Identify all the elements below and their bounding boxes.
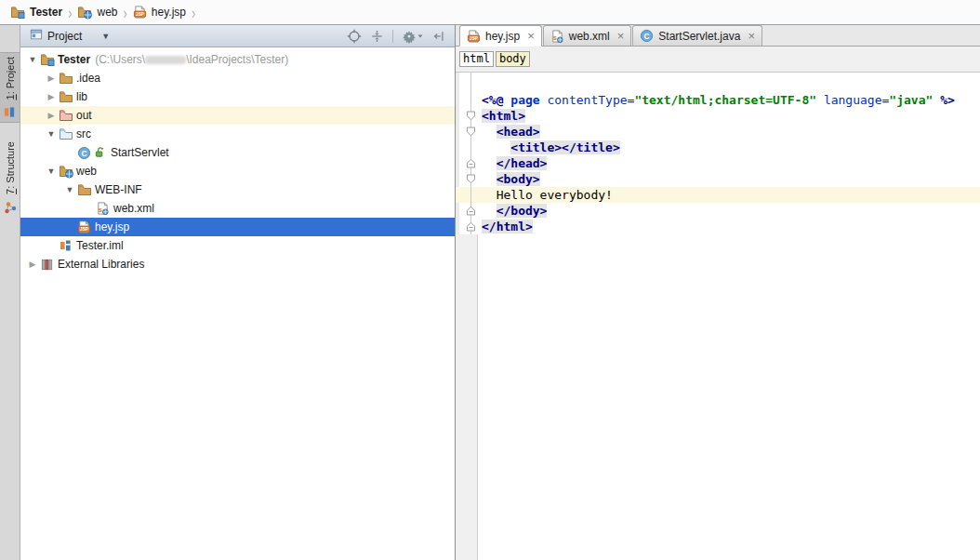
structure-icon <box>4 200 17 218</box>
tree-item-startservlet[interactable]: CStartServlet <box>20 143 455 162</box>
svg-text:s: s <box>553 33 557 42</box>
tree-item-hey-jsp[interactable]: JSPhey.jsp <box>20 218 455 236</box>
breadcrumb-separator-icon: › <box>121 3 130 22</box>
code-line-text: </html> <box>482 219 533 234</box>
code-editor[interactable]: <%@ page contentType="text/html;charset=… <box>456 73 980 560</box>
iml-file-icon <box>58 239 73 252</box>
fold-end-icon[interactable] <box>466 206 476 216</box>
close-tab-icon[interactable]: × <box>617 30 625 42</box>
tree-item-label: out <box>73 109 92 122</box>
editor-gutter <box>456 171 482 187</box>
tree-item-src[interactable]: ▼src <box>20 125 455 143</box>
xml-file: s <box>550 29 564 44</box>
fold-expanded-icon[interactable] <box>466 111 476 121</box>
tree-collapsed-arrow-icon[interactable]: ▶ <box>26 260 39 269</box>
editor-gutter <box>456 219 482 234</box>
svg-text:s: s <box>99 206 102 214</box>
code-line-7: Hello everybody! <box>456 187 980 203</box>
editor-tab-hey-jsp[interactable]: JSPhey.jsp× <box>459 25 542 47</box>
breadcrumb-item-web[interactable]: web <box>74 3 120 21</box>
tool-window-strip: 1: Project7: Structure <box>0 25 20 560</box>
tree-expanded-arrow-icon[interactable]: ▼ <box>26 55 39 64</box>
breadcrumb-label: web <box>97 6 117 19</box>
editor-breadcrumbs: htmlbody <box>456 47 980 73</box>
editor-tab-label: StartServlet.java <box>658 30 740 43</box>
tree-collapsed-arrow-icon[interactable]: ▶ <box>45 73 58 83</box>
code-line-3: <head> <box>456 124 980 140</box>
project-panel-icon <box>30 29 43 44</box>
editor-gutter <box>456 140 482 155</box>
code-line-2: <html> <box>456 108 980 124</box>
close-tab-icon[interactable]: × <box>527 30 535 42</box>
code-line-text: <title></title> <box>482 140 620 155</box>
fold-end-icon[interactable] <box>466 221 476 232</box>
editor-gutter <box>456 203 482 219</box>
lock-icon <box>92 146 108 159</box>
ide-window: Tester›web›JSPhey.jsp› 1: Project7: Stru… <box>0 0 980 560</box>
tree-item-web[interactable]: ▼web <box>20 162 455 180</box>
jsp-file-icon: JSP <box>76 220 92 234</box>
editor-gutter <box>456 124 482 140</box>
breadcrumb-chip-html[interactable]: html <box>459 51 494 67</box>
toolbar-separator <box>392 30 393 43</box>
tree-item-external-libraries[interactable]: ▶External Libraries <box>20 255 455 273</box>
locate-icon[interactable] <box>347 29 362 44</box>
folder-icon <box>58 89 73 104</box>
project-folder-icon <box>10 5 25 20</box>
tree-item-tester-iml[interactable]: Tester.iml <box>20 236 455 255</box>
breadcrumb-item-tester[interactable]: Tester <box>7 3 65 21</box>
breadcrumb-label: Tester <box>30 6 62 19</box>
editor-gutter <box>456 187 482 203</box>
tree-expanded-arrow-icon[interactable]: ▼ <box>45 129 58 139</box>
project-tool-window: Project ▼ ▼Tester(C:\Users\\IdeaProjects… <box>20 25 456 560</box>
code-line-text: <html> <box>482 108 525 124</box>
fold-end-icon[interactable] <box>466 158 476 168</box>
settings-gear-icon[interactable] <box>402 29 424 44</box>
tool-window-button-label: 7: Structure <box>5 138 16 200</box>
redacted-username <box>145 56 186 64</box>
fold-expanded-icon[interactable] <box>466 174 476 184</box>
editor-tab-startservlet-java[interactable]: CStartServlet.java× <box>632 25 762 46</box>
svg-text:C: C <box>644 32 650 41</box>
close-tab-icon[interactable]: × <box>748 30 755 42</box>
fold-expanded-icon[interactable] <box>466 127 476 137</box>
breadcrumb-chip-body[interactable]: body <box>496 51 530 67</box>
editor-tab-web-xml[interactable]: sweb.xml× <box>543 25 632 46</box>
chevron-down-icon: ▼ <box>101 32 110 41</box>
tree-item-tester[interactable]: ▼Tester(C:\Users\\IdeaProjects\Tester) <box>20 50 455 69</box>
tree-item-label: .idea <box>73 72 100 85</box>
code-line-text: <body> <box>482 171 540 187</box>
tree-item--idea[interactable]: ▶.idea <box>20 69 455 87</box>
tree-item-path: (C:\Users\\IdeaProjects\Tester) <box>90 53 288 66</box>
tree-item-label: StartServlet <box>108 146 169 159</box>
main-area: 1: Project7: Structure Project ▼ ▼Tester… <box>0 25 980 560</box>
tree-item-label: web.xml <box>111 202 154 215</box>
code-line-5: </head> <box>456 155 980 171</box>
code-line-text: Hello everybody! <box>482 187 613 203</box>
breadcrumb-item-hey-jsp[interactable]: JSPhey.jsp <box>130 3 189 21</box>
tree-item-lib[interactable]: ▶lib <box>20 87 455 106</box>
tool-window-button-structure[interactable]: 7: Structure <box>0 138 20 218</box>
tree-item-label: lib <box>73 90 87 103</box>
tree-collapsed-arrow-icon[interactable]: ▶ <box>45 111 58 120</box>
tree-expanded-arrow-icon[interactable]: ▼ <box>63 185 76 194</box>
tool-window-button-project[interactable]: 1: Project <box>0 52 20 123</box>
tree-collapsed-arrow-icon[interactable]: ▶ <box>45 92 58 101</box>
tree-item-label: web <box>73 165 97 178</box>
jsp-file-icon: JSP <box>133 5 147 20</box>
tree-item-web-xml[interactable]: sweb.xml <box>20 199 455 218</box>
collapse-all-icon[interactable] <box>370 29 384 44</box>
breadcrumb-separator-icon: › <box>189 3 198 22</box>
breadcrumb-separator-icon: › <box>65 3 74 22</box>
editor-tab-label: web.xml <box>569 30 610 43</box>
tree-item-out[interactable]: ▶out <box>20 106 455 125</box>
code-line-text: </body> <box>482 203 547 219</box>
tree-item-web-inf[interactable]: ▼WEB-INF <box>20 180 455 199</box>
tree-item-label: hey.jsp <box>92 220 129 233</box>
tree-item-label: src <box>73 127 91 140</box>
tree-expanded-arrow-icon[interactable]: ▼ <box>45 167 58 176</box>
tree-item-label: External Libraries <box>55 258 144 271</box>
tool-window-button-label: 1: Project <box>5 53 16 105</box>
project-view-combo[interactable]: Project ▼ <box>26 28 113 45</box>
hide-panel-icon[interactable] <box>432 29 445 44</box>
